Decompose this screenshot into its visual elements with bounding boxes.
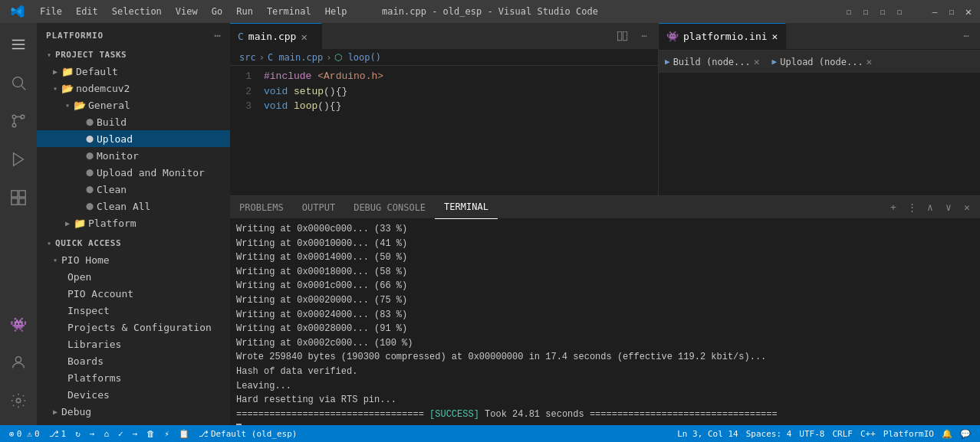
tree-item-build[interactable]: ⬤ Build [37, 113, 230, 130]
tree-item-devices[interactable]: Devices [37, 386, 230, 403]
right-more-button[interactable]: ⋯ [957, 27, 975, 45]
tree-item-general[interactable]: ▾ 📂 General [37, 97, 230, 113]
libraries-label: Libraries [67, 339, 230, 350]
activity-extensions[interactable] [0, 179, 37, 216]
activity-search[interactable] [0, 64, 37, 101]
left-code-content[interactable]: 1 2 3 #include <Arduino.h> void setup(){… [230, 66, 658, 195]
status-check[interactable]: ✓ [115, 425, 127, 442]
tree-item-debug[interactable]: ▶ Debug [37, 403, 230, 420]
tree-item-clean-all[interactable]: ⬤ Clean All [37, 198, 230, 214]
status-errors[interactable]: ⊗ 0 ⚠ 0 [6, 425, 43, 442]
status-clipboard[interactable]: 📋 [176, 425, 192, 442]
menu-run[interactable]: Run [230, 5, 259, 18]
tree-item-pio-home[interactable]: ▾ PIO Home [37, 251, 230, 268]
right-terminal-tab-upload[interactable]: ▶ Upload (node... ✕ [766, 51, 879, 74]
menu-view[interactable]: View [169, 5, 204, 18]
menu-selection[interactable]: Selection [106, 5, 168, 18]
left-code-lines[interactable]: #include <Arduino.h> void setup(){} void… [258, 66, 658, 195]
tree-item-nodemcuv2[interactable]: ▾ 📂 nodemcuv2 [37, 80, 230, 97]
status-position[interactable]: Ln 3, Col 14 [674, 425, 741, 442]
layout-btn-1[interactable]: ☐ [844, 6, 854, 17]
status-encoding[interactable]: UTF-8 [796, 425, 827, 442]
layout-btn-4[interactable]: ☐ [894, 6, 905, 17]
tree-item-projects-config[interactable]: Projects & Configuration [37, 319, 230, 336]
build-label: Build [97, 116, 230, 128]
tree-item-upload[interactable]: ⬤ Upload [37, 130, 230, 147]
tab-ini-close[interactable]: ✕ [772, 31, 778, 42]
menu-file[interactable]: File [34, 5, 68, 18]
activity-platformio[interactable]: 👾 [0, 306, 37, 342]
status-home[interactable]: ⌂ [100, 425, 112, 442]
tab-main-cpp[interactable]: C main.cpp ✕ [230, 23, 322, 50]
nodemcuv2-arrow: ▾ [49, 84, 61, 93]
status-eol[interactable]: CRLF [829, 425, 856, 442]
right-terminal-tabs: ▶ Build (node... ✕ ▶ Upload (node... ✕ [659, 51, 980, 74]
panel-new-terminal[interactable]: + [885, 199, 902, 216]
general-folder-icon: 📂 [74, 100, 86, 111]
status-chat[interactable]: 💬 [957, 425, 974, 442]
tree-item-inspect[interactable]: Inspect [37, 302, 230, 319]
terminal-content[interactable]: Writing at 0x0000c000... (33 %) Writing … [230, 219, 980, 425]
minimize-button[interactable]: — [929, 6, 940, 17]
tree-item-default[interactable]: ▶ 📁 Default [37, 63, 230, 80]
activity-source-control[interactable] [0, 103, 37, 139]
status-trash[interactable]: 🗑 [143, 425, 158, 442]
tree-item-platform[interactable]: ▶ 📁 Platform [37, 214, 230, 231]
right-terminal-tab-build[interactable]: ▶ Build (node... ✕ [659, 51, 766, 74]
svg-marker-5 [14, 153, 24, 166]
tab-main-cpp-close[interactable]: ✕ [301, 31, 307, 42]
activity-settings[interactable] [0, 382, 37, 419]
status-default-branch[interactable]: ⎇ Default (old_esp) [196, 425, 301, 442]
menu-go[interactable]: Go [206, 5, 229, 18]
panel-tab-debug-console[interactable]: DEBUG CONSOLE [344, 196, 435, 219]
sidebar-more-button[interactable]: ⋯ [215, 29, 221, 41]
activity-debug[interactable] [0, 141, 37, 178]
layout-btn-3[interactable]: ☐ [877, 6, 888, 17]
upload-term-close[interactable]: ✕ [867, 56, 873, 67]
activity-explorer[interactable] [0, 26, 37, 63]
panel-split[interactable]: ⋮ [903, 199, 920, 216]
quick-access-header[interactable]: ▾ QUICK ACCESS [37, 234, 230, 251]
git-branch-label: 1 [61, 429, 67, 439]
split-editor-button[interactable] [613, 27, 632, 45]
status-spaces[interactable]: Spaces: 4 [743, 425, 795, 442]
maximize-button[interactable]: ☐ [946, 6, 957, 17]
more-actions-button[interactable]: ⋯ [635, 27, 653, 45]
status-branch[interactable]: ⎇ 1 [46, 425, 70, 442]
tree-item-open[interactable]: Open [37, 268, 230, 285]
status-language[interactable]: C++ [857, 425, 879, 442]
status-bolt[interactable]: ⚡ [161, 425, 173, 442]
panel-close[interactable]: ✕ [959, 199, 975, 216]
status-sync[interactable]: ↻ [72, 425, 84, 442]
panel-chevron-down[interactable]: ∨ [940, 199, 957, 216]
status-platformio[interactable]: PlatformIO [880, 425, 937, 442]
panel-tab-problems[interactable]: PROBLEMS [230, 196, 293, 219]
menu-edit[interactable]: Edit [70, 5, 104, 18]
home-icon: ⌂ [104, 429, 109, 439]
panel-chevron-up[interactable]: ∧ [922, 199, 939, 216]
tree-item-libraries[interactable]: Libraries [37, 336, 230, 352]
tree-item-upload-monitor[interactable]: ⬤ Upload and Monitor [37, 164, 230, 181]
tab-platformio-ini[interactable]: 👾 platformio.ini ✕ [659, 23, 786, 50]
tree-item-pio-account[interactable]: PIO Account [37, 285, 230, 302]
tree-item-platforms[interactable]: Platforms [37, 369, 230, 386]
build-term-close[interactable]: ✕ [754, 56, 760, 67]
project-tasks-header[interactable]: ▾ PROJECT TASKS [37, 46, 230, 63]
menu-help[interactable]: Help [319, 5, 354, 18]
panel-tab-output[interactable]: OUTPUT [293, 196, 344, 219]
panel-tab-terminal[interactable]: TERMINAL [435, 196, 498, 219]
tree-item-boards[interactable]: Boards [37, 352, 230, 369]
activity-account[interactable] [0, 344, 37, 381]
status-nav-arrow[interactable]: → [130, 425, 141, 442]
layout-btn-2[interactable]: ☐ [860, 6, 871, 17]
menu-terminal[interactable]: Terminal [261, 5, 317, 18]
terminal-line-7: Writing at 0x00024000... (83 %) [236, 308, 974, 322]
tree-item-clean[interactable]: ⬤ Clean [37, 181, 230, 198]
tree-item-monitor[interactable]: ⬤ Monitor [37, 147, 230, 164]
build-term-icon: ▶ [665, 57, 670, 67]
close-button[interactable]: ✕ [963, 6, 974, 17]
svg-point-4 [12, 123, 16, 127]
platform-label: Platform [88, 218, 230, 229]
status-notification-bell[interactable]: 🔔 [939, 425, 955, 442]
status-arrows[interactable]: → [87, 425, 98, 442]
